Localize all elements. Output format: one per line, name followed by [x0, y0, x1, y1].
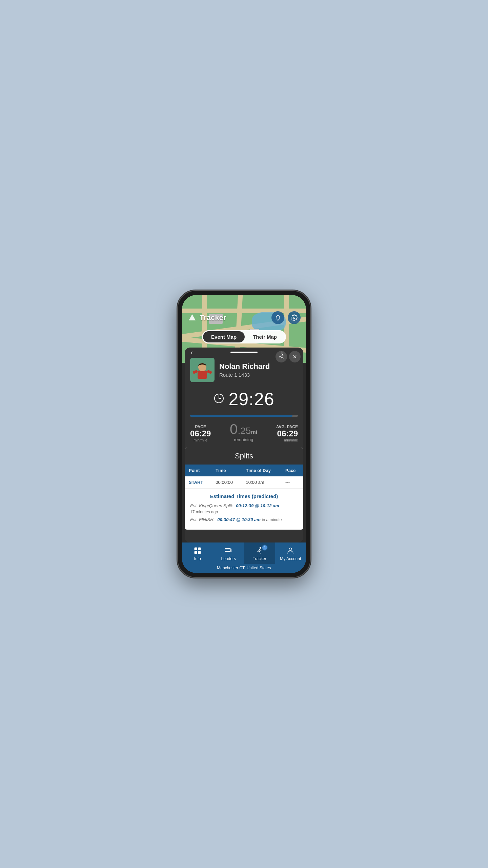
- timer-icon: [214, 393, 224, 405]
- grid-icon: [194, 547, 202, 555]
- distance-whole: 0: [230, 422, 238, 436]
- svg-rect-18: [198, 551, 201, 554]
- avg-pace-unit: min/mile: [276, 438, 298, 442]
- elapsed-time: 29:26: [228, 389, 274, 409]
- estimated-times-title: Estimated Times (predicted): [190, 493, 298, 499]
- athlete-name: Nolan Richard: [219, 362, 298, 371]
- table-row: START 00:00:00 10:00 am ---: [185, 476, 303, 489]
- map-toggle-container: Event Map Their Map: [182, 328, 306, 348]
- est-kq-time: 00:12:39 @ 10:12 am: [236, 503, 279, 508]
- share-button[interactable]: [276, 351, 287, 362]
- stats-row: Pace 06:29 min/mile 0 .25 mi remaining A…: [185, 422, 303, 448]
- svg-line-6: [281, 355, 282, 356]
- svg-rect-15: [195, 548, 197, 550]
- nav-info[interactable]: Info: [182, 542, 213, 564]
- nav-my-account[interactable]: My Account: [275, 542, 306, 564]
- svg-point-4: [282, 358, 283, 359]
- svg-point-1: [293, 317, 295, 319]
- athlete-details: Nolan Richard Route 1 1433: [219, 362, 298, 378]
- app-header: Tracker: [182, 295, 306, 328]
- close-button[interactable]: [289, 351, 301, 362]
- split-pace: ---: [281, 476, 303, 489]
- bottom-navigation: Info 1 2 3 Leaders 4: [182, 542, 306, 564]
- est-finish-label: Est. FINISH:: [190, 517, 215, 522]
- svg-line-5: [281, 357, 282, 358]
- account-icon: [286, 547, 294, 555]
- col-time: Time: [211, 465, 242, 476]
- location-status-bar: Manchester CT, United States: [182, 564, 306, 573]
- svg-rect-17: [195, 551, 197, 554]
- settings-button[interactable]: [288, 311, 301, 324]
- location-text: Manchester CT, United States: [217, 566, 271, 570]
- col-time-of-day: Time of Day: [242, 465, 281, 476]
- split-time: 00:00:00: [211, 476, 242, 489]
- split-point: START: [185, 476, 211, 489]
- pace-unit: min/mile: [190, 438, 211, 442]
- split-time-of-day: 10:00 am: [242, 476, 281, 489]
- card-navigation: ‹ ›: [185, 348, 303, 355]
- leaders-nav-icon: 1 2 3: [224, 546, 233, 555]
- progress-fill: [190, 415, 292, 417]
- header-actions: [271, 311, 301, 324]
- tracker-card: ‹ ›: [185, 348, 303, 542]
- col-point: Point: [185, 465, 211, 476]
- my-account-nav-label: My Account: [280, 556, 301, 561]
- card-progress-indicator: [230, 352, 258, 353]
- est-finish-row: Est. FINISH: 00:30:47 @ 10:30 am in a mi…: [190, 517, 298, 522]
- app-logo: [187, 313, 197, 322]
- bell-icon: [274, 314, 281, 321]
- svg-rect-16: [198, 548, 201, 550]
- pace-value: 06:29: [190, 429, 211, 438]
- event-map-tab[interactable]: Event Map: [203, 331, 245, 342]
- col-pace: Pace: [281, 465, 303, 476]
- svg-point-25: [260, 547, 261, 549]
- svg-point-2: [282, 354, 283, 356]
- bell-button[interactable]: [271, 311, 284, 324]
- avg-pace-value: 06:29: [276, 429, 298, 438]
- clock-icon: [214, 393, 224, 404]
- timer-row: 29:26: [185, 386, 303, 415]
- svg-point-3: [279, 356, 281, 357]
- athlete-avatar: [190, 358, 215, 382]
- distance-decimal: .25: [238, 426, 251, 436]
- est-finish-time: 00:30:47 @ 10:30 am: [217, 517, 261, 522]
- athlete-route: Route 1 1433: [219, 372, 298, 378]
- svg-marker-0: [189, 314, 196, 320]
- app-title: Tracker: [200, 313, 271, 322]
- est-kq-row: Est. King/Queen Split: 00:12:39 @ 10:12 …: [190, 503, 298, 514]
- leaders-nav-label: Leaders: [221, 556, 236, 561]
- athlete-avatar-illustration: [190, 358, 215, 382]
- close-icon: [292, 354, 298, 359]
- est-kq-ago: 17 minutes ago: [190, 510, 218, 514]
- avg-pace-stat: Avg. Pace 06:29 min/mile: [276, 425, 298, 442]
- nav-tracker[interactable]: 4 Tracker: [244, 542, 275, 564]
- info-nav-icon: [193, 546, 202, 555]
- distance-remaining-stat: 0 .25 mi remaining: [230, 422, 257, 442]
- their-map-tab[interactable]: Their Map: [245, 331, 285, 342]
- progress-container: [190, 415, 298, 417]
- card-action-buttons: [276, 351, 301, 362]
- distance-unit: mi: [251, 429, 257, 435]
- avg-pace-label: Avg. Pace: [276, 425, 298, 429]
- pace-stat: Pace 06:29 min/mile: [190, 425, 211, 442]
- splits-section: Splits Point Time Time of Day Pace START…: [185, 448, 303, 530]
- tracker-badge: 4: [262, 545, 268, 551]
- splits-title: Splits: [185, 448, 303, 465]
- leaders-icon: 1 2 3: [224, 547, 232, 555]
- info-nav-label: Info: [194, 556, 201, 561]
- nav-leaders[interactable]: 1 2 3 Leaders: [213, 542, 244, 564]
- estimated-times-section: Estimated Times (predicted) Est. King/Qu…: [185, 489, 303, 530]
- svg-rect-10: [198, 371, 207, 379]
- tracker-nav-label: Tracker: [253, 556, 266, 561]
- prev-athlete-button[interactable]: ‹: [187, 348, 197, 358]
- est-finish-ago: in a minute: [262, 517, 282, 522]
- est-kq-label: Est. King/Queen Split:: [190, 503, 233, 508]
- settings-icon: [291, 314, 298, 321]
- map-toggle: Event Map Their Map: [202, 330, 286, 343]
- share-icon: [279, 354, 284, 359]
- splits-table: Point Time Time of Day Pace START 00:00:…: [185, 465, 303, 489]
- svg-point-26: [289, 548, 292, 551]
- phone-screen: Tracker Event Map Their Map: [182, 295, 306, 573]
- account-nav-icon: [286, 546, 295, 555]
- pace-label: Pace: [190, 425, 211, 429]
